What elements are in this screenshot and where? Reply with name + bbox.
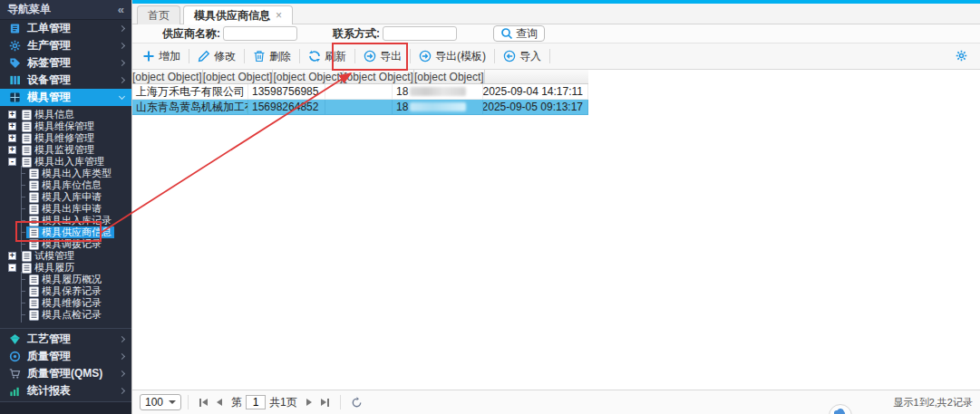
contact-input[interactable] xyxy=(383,26,457,41)
refresh-icon[interactable] xyxy=(351,397,363,409)
sidebar-item-molds[interactable]: 模具管理 xyxy=(0,89,131,106)
tree-expand-icon[interactable]: + xyxy=(8,111,16,119)
import-button[interactable]: 导入 xyxy=(495,46,549,66)
tree-expand-icon[interactable]: + xyxy=(8,146,16,154)
delete-button[interactable]: 删除 xyxy=(245,46,299,66)
next-page-button[interactable] xyxy=(301,395,317,409)
tab-label: 首页 xyxy=(148,8,170,24)
tree-item-transfer-records[interactable]: 模具调拨记录 xyxy=(0,238,131,250)
sidebar-bottom-strip xyxy=(0,401,131,414)
table-row[interactable]: 上海万禾电子有限公司 13598756985 18 2025-09-04 14:… xyxy=(132,84,588,100)
chevron-icon xyxy=(119,388,125,394)
chevron-icon xyxy=(119,353,125,360)
chevron-icon xyxy=(119,25,125,32)
sidebar-item-process[interactable]: 工艺管理 xyxy=(0,331,131,348)
tree-item-mold-monitor-mgmt[interactable]: + 模具监视管理 xyxy=(0,144,131,156)
sidebar-top-menu: 工单管理 生产管理 标签管理 设备管理 xyxy=(0,20,131,106)
tree-item-mold-maintenance-mgmt[interactable]: + 模具维保管理 xyxy=(0,120,131,132)
first-page-button[interactable] xyxy=(195,395,211,409)
redacted-blur xyxy=(410,87,466,96)
sidebar-item-labels[interactable]: 标签管理 xyxy=(0,54,131,72)
tree-item-inspection-records[interactable]: 模具点检记录 xyxy=(0,309,131,321)
tree-item-inout-records[interactable]: 模具出入库记录 xyxy=(0,215,131,226)
export-icon xyxy=(364,50,376,63)
tree-item-outbound-request[interactable]: 模具出库申请 xyxy=(0,203,131,215)
sidebar-item-label: 生产管理 xyxy=(27,38,71,53)
prev-page-button[interactable] xyxy=(211,395,228,409)
sidebar-item-label: 工单管理 xyxy=(27,21,71,36)
table-body: 上海万禾电子有限公司 13598756985 18 2025-09-04 14:… xyxy=(132,84,588,115)
tree-item-repair-records[interactable]: 模具维修记录 xyxy=(0,297,131,309)
tree-item-mold-repair-mgmt[interactable]: + 模具维修管理 xyxy=(0,132,131,144)
supplier-name-input[interactable] xyxy=(223,26,297,41)
tab-home[interactable]: 首页 × xyxy=(137,5,180,24)
tree-expand-icon[interactable]: + xyxy=(8,134,16,142)
tree-item-label: 模具供应商信息 xyxy=(42,226,112,238)
table-row[interactable]: 山东青岛黄岛机械加工有限公司 15698264852 18 2025-09-05… xyxy=(132,100,588,115)
tree-item-supplier-info[interactable]: 模具供应商信息 xyxy=(0,226,131,238)
tree-item-label: 模具出入库记录 xyxy=(42,215,112,226)
tree-item-mold-info[interactable]: + 模具信息 xyxy=(0,109,131,120)
tree-expand-icon[interactable]: - xyxy=(8,158,16,166)
document-icon xyxy=(29,227,39,238)
sidebar-item-qms[interactable]: 质量管理(QMS) xyxy=(0,365,131,382)
mold-icon xyxy=(9,91,21,103)
add-button[interactable]: 增加 xyxy=(134,46,189,66)
sidebar-item-label: 设备管理 xyxy=(27,72,71,88)
refresh-button[interactable]: 刷新 xyxy=(300,46,354,66)
quality-icon xyxy=(9,351,21,362)
tree-item-location-info[interactable]: 模具库位信息 xyxy=(0,179,131,191)
tree-expand-icon[interactable]: - xyxy=(8,264,16,272)
table-header-cell[interactable]: [object Object] xyxy=(414,70,485,83)
tree-expand-icon[interactable]: + xyxy=(8,122,16,130)
document-icon xyxy=(22,251,32,262)
page-size-select[interactable]: 100 xyxy=(140,394,181,410)
sidebar-item-work-orders[interactable]: 工单管理 xyxy=(0,20,131,37)
export-button[interactable]: 导出 xyxy=(355,46,410,66)
last-page-button[interactable] xyxy=(317,395,334,409)
page-prefix-label: 第 xyxy=(231,395,242,410)
search-bar: 供应商名称: 联系方式: 查询 xyxy=(132,24,980,43)
tree-item-mold-inout-mgmt[interactable]: - 模具出入库管理 xyxy=(0,156,131,168)
tree-item-label: 模具履历概况 xyxy=(42,274,102,285)
toolbar-button-label: 导入 xyxy=(519,49,541,64)
table-header-cell[interactable]: [object Object] xyxy=(344,70,414,83)
table-header-row: [object Object] [object Object] [object … xyxy=(132,70,588,84)
cell-contact: 13598756985 xyxy=(248,84,325,99)
cell-address xyxy=(325,100,393,114)
cell-maintainer: 18 xyxy=(393,100,483,114)
tree-item-mold-history[interactable]: - 模具履历 xyxy=(0,262,131,274)
sidebar-item-equipment[interactable]: 设备管理 xyxy=(0,72,131,89)
settings-gear-icon[interactable] xyxy=(956,50,968,63)
sidebar-item-label: 质量管理(QMS) xyxy=(27,366,102,381)
toolbar-divider xyxy=(549,49,550,63)
tree-item-upkeep-records[interactable]: 模具保养记录 xyxy=(0,285,131,297)
tree-item-label: 模具维保管理 xyxy=(34,120,94,132)
tab-bar: 首页 × 模具供应商信息 × xyxy=(132,4,980,24)
tree-item-label: 模具监视管理 xyxy=(34,144,94,156)
document-icon xyxy=(29,168,39,179)
contact-label: 联系方式: xyxy=(333,26,380,42)
table-header-cell[interactable]: [object Object] xyxy=(203,70,274,83)
tree-expand-icon[interactable]: + xyxy=(8,252,16,260)
tree-item-history-overview[interactable]: 模具履历概况 xyxy=(0,274,131,285)
query-button[interactable]: 查询 xyxy=(493,25,545,42)
table-header-cell[interactable]: [object Object] xyxy=(273,70,344,83)
table-header-cell[interactable]: [object Object] xyxy=(132,70,203,83)
device-icon xyxy=(9,74,21,86)
tab-mold-supplier-info[interactable]: 模具供应商信息 × xyxy=(183,5,293,24)
edit-button[interactable]: 修改 xyxy=(189,46,244,66)
page-number-input[interactable] xyxy=(246,395,266,409)
tab-close-icon[interactable]: × xyxy=(276,9,282,22)
sidebar-title: 导航菜单 xyxy=(7,2,51,17)
tree-item-inbound-request[interactable]: 模具入库申请 xyxy=(0,191,131,203)
document-icon xyxy=(22,263,32,274)
tree-item-trial-mold-mgmt[interactable]: + 试模管理 xyxy=(0,250,131,262)
tree-item-label: 模具出入库管理 xyxy=(34,156,104,168)
sidebar-collapse-icon[interactable]: « xyxy=(118,3,124,16)
sidebar-item-production[interactable]: 生产管理 xyxy=(0,37,131,54)
tree-item-inout-type[interactable]: 模具出入库类型 xyxy=(0,168,131,179)
sidebar-item-reports[interactable]: 统计报表 xyxy=(0,382,131,400)
export-template-button[interactable]: 导出(模板) xyxy=(411,46,494,66)
sidebar-item-quality[interactable]: 质量管理 xyxy=(0,348,131,365)
